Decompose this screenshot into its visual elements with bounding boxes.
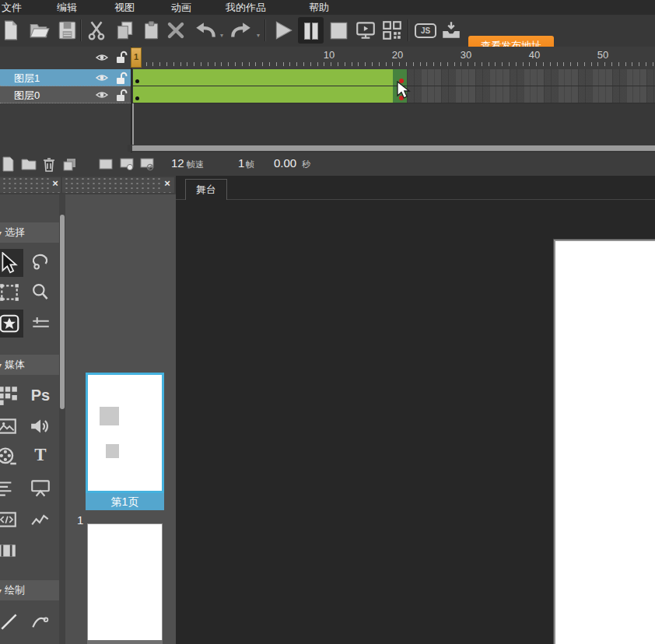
insert-keyframe-icon[interactable] [118,156,135,173]
tools-panel-close-icon[interactable]: × [50,177,61,190]
page2-thumbnail[interactable] [87,523,163,642]
layer-visibility-toggle[interactable] [95,72,109,84]
layer-lock-toggle[interactable] [114,88,128,100]
publish-icon[interactable] [440,19,462,41]
layer1-frame-span[interactable] [133,69,393,86]
layer-lock-toggle[interactable] [114,71,128,83]
redo-dropdown-icon[interactable]: ▾ [257,32,260,39]
section-select[interactable]: ▾选择 [0,222,59,243]
menu-help[interactable]: 帮助 [309,1,329,15]
main-toolbar: ▾ ▾ JS 查看发布地址 [0,15,655,47]
frame-ruler[interactable]: 10 20 30 40 50 60 70 1 [132,47,655,69]
lasso-tool[interactable] [30,252,51,274]
preview-icon[interactable] [355,19,377,41]
pause-button[interactable] [298,17,324,44]
component-library-tool[interactable] [0,384,19,406]
delete-icon[interactable] [165,19,187,41]
select-tool[interactable] [0,252,20,274]
guides-tool[interactable] [30,313,51,334]
play-button[interactable] [272,19,294,41]
insert-blank-keyframe-icon[interactable] [138,156,156,173]
code-widget-tool[interactable] [0,509,18,530]
ruler-tick [324,62,324,66]
timeline-hscrollbar-thumb[interactable] [132,145,655,151]
stage-canvas[interactable] [555,241,655,644]
duplicate-layer-icon[interactable] [61,156,78,173]
menu-file[interactable]: 文件 [2,1,22,15]
section-title: 媒体 [5,359,25,370]
ruler-tick [249,62,250,66]
lock-column-icon[interactable] [114,50,128,62]
frame-control-bar: 12 帧速 1 帧 0.00 秒 [0,152,655,177]
layer-folder-icon[interactable] [20,156,37,173]
pages-panel-header[interactable] [62,177,174,193]
frame-rows[interactable] [132,69,655,103]
playhead[interactable]: 1 [131,47,142,68]
menu-animation[interactable]: 动画 [171,1,191,15]
start-keyframe-dot[interactable] [135,79,139,83]
smart-shape-tool[interactable] [0,313,20,334]
pages-panel-close-icon[interactable]: × [162,177,173,190]
paste-icon[interactable] [140,19,162,41]
stage-tab[interactable]: 舞台 [185,179,227,200]
layer0-empty-frames[interactable] [407,86,655,103]
layer-row-1[interactable]: 图层1 [0,69,131,86]
filmstrip-tool[interactable] [0,540,18,562]
curve-tool[interactable] [30,611,51,633]
photoshop-import-tool[interactable]: Ps [30,384,51,406]
layer-row-0[interactable]: 图层0 [0,86,131,103]
undo-dropdown-icon[interactable]: ▾ [220,32,223,39]
menu-edit[interactable]: 编辑 [57,1,77,15]
image-tool[interactable] [0,415,18,437]
ruler-tick [495,62,496,66]
timeline-hscrollbar[interactable] [128,145,655,152]
row-divider [132,86,655,86]
presentation-tool[interactable] [30,478,51,499]
undo-icon[interactable] [194,19,215,41]
delete-layer-icon[interactable] [40,156,58,173]
ruler-tick [310,62,311,66]
new-document-icon[interactable] [0,19,22,41]
section-draw[interactable]: ▾绘制 [0,580,59,600]
ruler-tick [194,62,194,66]
text-tool[interactable]: T [30,445,51,467]
menu-my-works[interactable]: 我的作品 [226,1,266,15]
menu-bar: 文件 编辑 视图 动画 我的作品 帮助 [0,0,655,15]
cut-icon[interactable] [86,19,107,41]
line-tool[interactable] [0,611,20,633]
save-icon[interactable] [56,19,78,41]
redo-icon[interactable] [229,19,251,41]
video-tool[interactable] [0,446,18,468]
stop-button[interactable] [328,19,349,41]
section-media[interactable]: ▾媒体 [0,355,59,375]
stage-area[interactable]: 舞台 [176,176,655,644]
layer-visibility-toggle[interactable] [95,89,109,101]
insert-frame-icon[interactable] [97,156,114,173]
ruler-tick [618,62,619,66]
layer0-frame-span[interactable] [133,86,393,103]
timeline-panel: 图层1 图层0 10 20 30 [0,47,655,152]
page2-label[interactable]: 第2页 [87,640,163,644]
qr-code-icon[interactable] [381,19,403,41]
layer1-empty-frames[interactable] [407,69,655,86]
visibility-column-icon[interactable] [95,51,109,64]
zoom-tool[interactable] [30,282,51,303]
ruler-tick [625,62,626,66]
copy-icon[interactable] [114,19,135,41]
new-layer-icon[interactable] [0,156,17,173]
open-file-icon[interactable] [28,19,50,41]
timeline-layer-header [0,47,131,70]
page1-label[interactable]: 第1页 [86,493,164,510]
edit-js-button[interactable]: JS [415,23,436,38]
paragraph-tool[interactable] [0,478,18,499]
tools-panel-scrollbar[interactable] [59,194,65,644]
tools-panel-scrollbar-thumb[interactable] [60,215,65,409]
ruler-tick [152,62,153,66]
collapse-icon: ▾ [0,361,2,369]
chart-tool[interactable] [30,509,51,530]
start-keyframe-dot[interactable] [135,96,139,100]
audio-tool[interactable] [30,415,51,437]
transform-tool[interactable] [0,282,20,303]
page1-thumbnail[interactable] [86,373,164,493]
menu-view[interactable]: 视图 [114,1,135,15]
